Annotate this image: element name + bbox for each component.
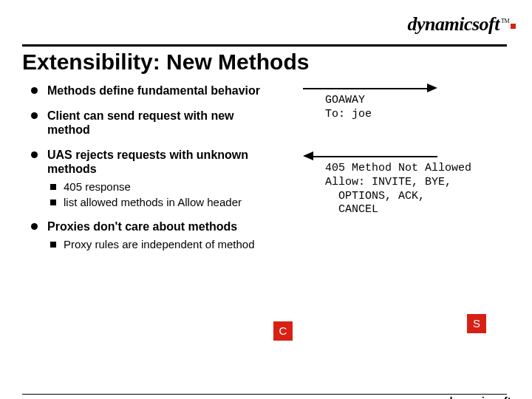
bullet-item: Client can send request with new method (30, 109, 273, 137)
bullet-text: Client can send request with new method (47, 109, 234, 137)
bullet-text: Methods define fundamental behavior (47, 84, 260, 97)
request-line: To: joe (325, 108, 372, 120)
actor-server: S (467, 314, 486, 333)
response-arrow-head-icon (303, 151, 313, 160)
request-message: GOAWAY To: joe (325, 94, 372, 122)
request-arrow-head-icon (427, 83, 437, 92)
bullet-text: UAS rejects requests with unknown method… (47, 149, 248, 176)
logo: dynamicsoftTM (408, 13, 516, 35)
sub-bullet-item: Proxy rules are independent of method (47, 238, 273, 251)
response-line: 405 Method Not Allowed (325, 162, 471, 174)
bullet-item: Proxies don't care about methods Proxy r… (30, 219, 273, 251)
request-line: GOAWAY (325, 94, 365, 106)
sub-bullet-item: list allowed methods in Allow header (47, 196, 273, 209)
sub-bullet-item: 405 response (47, 180, 273, 194)
logo-text: dynamicsoft (408, 13, 500, 35)
response-line: Allow: INVITE, BYE, (325, 176, 451, 188)
bullet-item: UAS rejects requests with unknown method… (30, 148, 273, 210)
request-arrow-line-icon (303, 88, 429, 89)
bullet-text: Proxies don't care about methods (47, 220, 237, 233)
bullet-column: Methods define fundamental behavior Clie… (30, 83, 273, 262)
logo-dot-icon (511, 24, 516, 29)
response-line: CANCEL (325, 203, 378, 216)
footer-right-text: www. dynamicsoft. com (415, 395, 514, 399)
logo-tm: TM (501, 18, 509, 24)
response-message: 405 Method Not Allowed Allow: INVITE, BY… (325, 162, 471, 217)
diagram-column: GOAWAY To: joe 405 Method Not Allowed Al… (296, 83, 510, 305)
actor-client: C (273, 321, 293, 341)
response-line: OPTIONS, ACK, (325, 190, 425, 202)
slide-title: Extensibility: New Methods (0, 47, 532, 83)
response-arrow-line-icon (312, 156, 437, 157)
footer-url-line: www. dynamicsoft. (415, 395, 514, 399)
bullet-item: Methods define fundamental behavior (30, 83, 273, 98)
